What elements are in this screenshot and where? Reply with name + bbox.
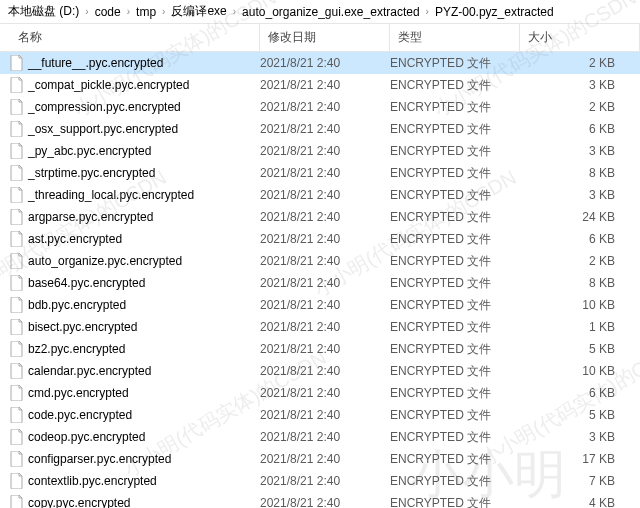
file-type: ENCRYPTED 文件	[390, 429, 520, 446]
file-type: ENCRYPTED 文件	[390, 297, 520, 314]
table-row[interactable]: code.pyc.encrypted2021/8/21 2:40ENCRYPTE…	[0, 404, 640, 426]
file-date: 2021/8/21 2:40	[260, 342, 390, 356]
table-row[interactable]: bisect.pyc.encrypted2021/8/21 2:40ENCRYP…	[0, 316, 640, 338]
table-row[interactable]: __future__.pyc.encrypted2021/8/21 2:40EN…	[0, 52, 640, 74]
table-row[interactable]: configparser.pyc.encrypted2021/8/21 2:40…	[0, 448, 640, 470]
column-headers: 名称 修改日期 类型 大小	[0, 24, 640, 52]
col-header-date[interactable]: 修改日期	[260, 24, 390, 51]
file-name: ast.pyc.encrypted	[28, 232, 122, 246]
file-size: 8 KB	[520, 276, 640, 290]
file-name: _compat_pickle.pyc.encrypted	[28, 78, 189, 92]
chevron-right-icon: ›	[127, 6, 130, 17]
file-icon	[10, 99, 24, 115]
file-date: 2021/8/21 2:40	[260, 122, 390, 136]
table-row[interactable]: calendar.pyc.encrypted2021/8/21 2:40ENCR…	[0, 360, 640, 382]
breadcrumb-item[interactable]: tmp	[136, 5, 156, 19]
file-name: _strptime.pyc.encrypted	[28, 166, 155, 180]
file-name: cmd.pyc.encrypted	[28, 386, 129, 400]
file-name: _compression.pyc.encrypted	[28, 100, 181, 114]
file-type: ENCRYPTED 文件	[390, 473, 520, 490]
breadcrumb-item[interactable]: 反编译exe	[171, 3, 226, 20]
file-icon	[10, 231, 24, 247]
file-type: ENCRYPTED 文件	[390, 407, 520, 424]
file-icon	[10, 363, 24, 379]
file-size: 3 KB	[520, 144, 640, 158]
file-icon	[10, 297, 24, 313]
breadcrumb-item[interactable]: code	[95, 5, 121, 19]
table-row[interactable]: contextlib.pyc.encrypted2021/8/21 2:40EN…	[0, 470, 640, 492]
file-type: ENCRYPTED 文件	[390, 451, 520, 468]
table-row[interactable]: copy.pyc.encrypted2021/8/21 2:40ENCRYPTE…	[0, 492, 640, 508]
file-type: ENCRYPTED 文件	[390, 495, 520, 509]
table-row[interactable]: _py_abc.pyc.encrypted2021/8/21 2:40ENCRY…	[0, 140, 640, 162]
file-size: 6 KB	[520, 122, 640, 136]
file-type: ENCRYPTED 文件	[390, 209, 520, 226]
file-date: 2021/8/21 2:40	[260, 474, 390, 488]
file-icon	[10, 209, 24, 225]
file-type: ENCRYPTED 文件	[390, 341, 520, 358]
file-name: base64.pyc.encrypted	[28, 276, 145, 290]
table-row[interactable]: _compression.pyc.encrypted2021/8/21 2:40…	[0, 96, 640, 118]
table-row[interactable]: auto_organize.pyc.encrypted2021/8/21 2:4…	[0, 250, 640, 272]
table-row[interactable]: base64.pyc.encrypted2021/8/21 2:40ENCRYP…	[0, 272, 640, 294]
file-type: ENCRYPTED 文件	[390, 99, 520, 116]
table-row[interactable]: codeop.pyc.encrypted2021/8/21 2:40ENCRYP…	[0, 426, 640, 448]
table-row[interactable]: _threading_local.pyc.encrypted2021/8/21 …	[0, 184, 640, 206]
file-name: codeop.pyc.encrypted	[28, 430, 145, 444]
file-name: bz2.pyc.encrypted	[28, 342, 125, 356]
file-icon	[10, 187, 24, 203]
file-icon	[10, 55, 24, 71]
file-type: ENCRYPTED 文件	[390, 231, 520, 248]
file-name: copy.pyc.encrypted	[28, 496, 131, 508]
file-icon	[10, 77, 24, 93]
file-type: ENCRYPTED 文件	[390, 187, 520, 204]
table-row[interactable]: cmd.pyc.encrypted2021/8/21 2:40ENCRYPTED…	[0, 382, 640, 404]
file-name: code.pyc.encrypted	[28, 408, 132, 422]
file-size: 3 KB	[520, 188, 640, 202]
file-size: 2 KB	[520, 254, 640, 268]
file-icon	[10, 341, 24, 357]
file-type: ENCRYPTED 文件	[390, 143, 520, 160]
table-row[interactable]: argparse.pyc.encrypted2021/8/21 2:40ENCR…	[0, 206, 640, 228]
breadcrumb[interactable]: 本地磁盘 (D:)›code›tmp›反编译exe›auto_organize_…	[0, 0, 640, 24]
file-type: ENCRYPTED 文件	[390, 77, 520, 94]
table-row[interactable]: _compat_pickle.pyc.encrypted2021/8/21 2:…	[0, 74, 640, 96]
table-row[interactable]: bdb.pyc.encrypted2021/8/21 2:40ENCRYPTED…	[0, 294, 640, 316]
file-size: 24 KB	[520, 210, 640, 224]
file-icon	[10, 143, 24, 159]
col-header-size[interactable]: 大小	[520, 24, 640, 51]
file-size: 6 KB	[520, 232, 640, 246]
file-date: 2021/8/21 2:40	[260, 298, 390, 312]
breadcrumb-item[interactable]: PYZ-00.pyz_extracted	[435, 5, 554, 19]
file-size: 7 KB	[520, 474, 640, 488]
file-type: ENCRYPTED 文件	[390, 275, 520, 292]
breadcrumb-item[interactable]: auto_organize_gui.exe_extracted	[242, 5, 419, 19]
file-date: 2021/8/21 2:40	[260, 320, 390, 334]
table-row[interactable]: ast.pyc.encrypted2021/8/21 2:40ENCRYPTED…	[0, 228, 640, 250]
col-header-name[interactable]: 名称	[10, 24, 260, 51]
col-header-type[interactable]: 类型	[390, 24, 520, 51]
file-size: 3 KB	[520, 78, 640, 92]
file-date: 2021/8/21 2:40	[260, 232, 390, 246]
file-date: 2021/8/21 2:40	[260, 276, 390, 290]
file-date: 2021/8/21 2:40	[260, 188, 390, 202]
file-type: ENCRYPTED 文件	[390, 385, 520, 402]
file-name: __future__.pyc.encrypted	[28, 56, 163, 70]
table-row[interactable]: _osx_support.pyc.encrypted2021/8/21 2:40…	[0, 118, 640, 140]
table-row[interactable]: bz2.pyc.encrypted2021/8/21 2:40ENCRYPTED…	[0, 338, 640, 360]
file-name: _osx_support.pyc.encrypted	[28, 122, 178, 136]
file-date: 2021/8/21 2:40	[260, 364, 390, 378]
file-date: 2021/8/21 2:40	[260, 496, 390, 508]
file-icon	[10, 451, 24, 467]
file-type: ENCRYPTED 文件	[390, 319, 520, 336]
file-icon	[10, 407, 24, 423]
file-name: contextlib.pyc.encrypted	[28, 474, 157, 488]
table-row[interactable]: _strptime.pyc.encrypted2021/8/21 2:40ENC…	[0, 162, 640, 184]
file-name: auto_organize.pyc.encrypted	[28, 254, 182, 268]
chevron-right-icon: ›	[426, 6, 429, 17]
breadcrumb-item[interactable]: 本地磁盘 (D:)	[8, 3, 79, 20]
file-size: 2 KB	[520, 100, 640, 114]
file-size: 17 KB	[520, 452, 640, 466]
file-type: ENCRYPTED 文件	[390, 253, 520, 270]
file-size: 5 KB	[520, 408, 640, 422]
